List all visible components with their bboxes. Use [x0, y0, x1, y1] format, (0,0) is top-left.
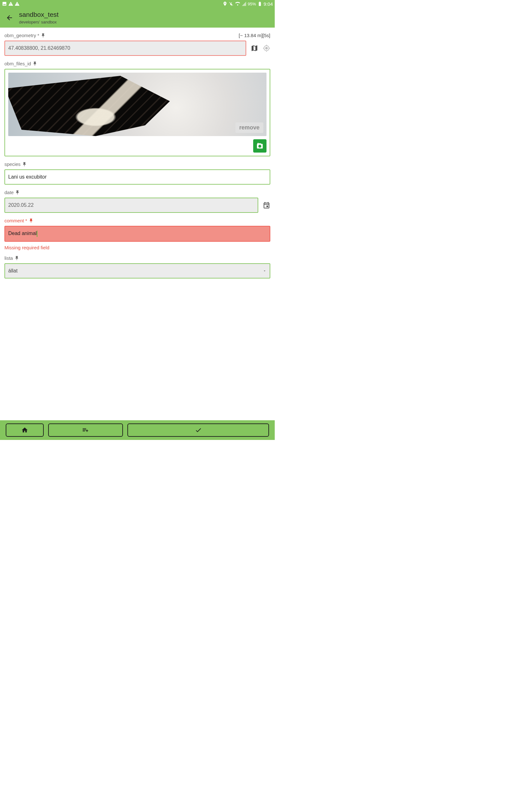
status-right: 95% 9:04 — [222, 1, 273, 7]
text-caret — [37, 231, 38, 237]
calendar-icon[interactable] — [263, 201, 270, 209]
chevron-down-icon — [263, 269, 267, 273]
files-panel: remove — [4, 69, 270, 156]
battery-icon — [257, 1, 262, 6]
pin-icon[interactable] — [22, 162, 27, 167]
image-icon — [2, 1, 7, 6]
comment-label: comment — [4, 218, 24, 223]
files-label: obm_files_id — [4, 61, 31, 66]
warning-icon — [14, 1, 20, 6]
add-photo-button[interactable] — [253, 139, 267, 153]
home-button[interactable] — [6, 423, 44, 437]
pin-icon[interactable] — [41, 33, 46, 38]
lista-select[interactable]: állat — [4, 263, 270, 278]
check-icon — [195, 426, 202, 434]
remove-photo-button[interactable]: remove — [235, 122, 263, 133]
pin-icon[interactable] — [15, 190, 20, 195]
signal-icon — [241, 1, 246, 6]
required-asterisk: * — [25, 218, 27, 223]
playlist-add-icon — [82, 426, 89, 434]
location-icon — [222, 1, 228, 6]
lista-label: lista — [4, 255, 13, 261]
accuracy-text: [~ 13.84 m][5s] — [239, 33, 270, 38]
confirm-button[interactable] — [127, 423, 269, 437]
pin-icon[interactable] — [14, 256, 19, 261]
attached-photo[interactable]: remove — [8, 72, 267, 136]
comment-input[interactable]: Dead animal — [4, 226, 270, 242]
home-icon — [21, 426, 28, 434]
page-subtitle: developers' sandbox — [19, 20, 59, 24]
form-main: obm_geometry * [~ 13.84 m][5s] 47.408388… — [0, 28, 275, 420]
status-bar: 95% 9:04 — [0, 0, 275, 8]
geometry-label: obm_geometry — [4, 33, 36, 38]
pin-icon[interactable] — [29, 218, 34, 223]
back-arrow-icon[interactable] — [6, 14, 13, 21]
add-to-list-button[interactable] — [48, 423, 123, 437]
vibrate-mute-icon — [229, 1, 234, 6]
battery-pct: 95% — [248, 2, 256, 6]
map-icon[interactable] — [250, 44, 258, 52]
pin-icon[interactable] — [32, 61, 38, 66]
date-input[interactable]: 2020.05.22 — [4, 198, 258, 213]
lista-selected-value: állat — [8, 268, 17, 274]
date-label: date — [4, 190, 14, 195]
app-bar: sandbox_test developers' sandbox — [0, 8, 275, 28]
status-left — [2, 1, 20, 6]
bottom-bar — [0, 420, 275, 440]
geometry-input[interactable]: 47.40838800, 21.62469870 — [4, 41, 246, 56]
clock: 9:04 — [264, 1, 273, 7]
species-input[interactable]: Lani us excubitor — [4, 169, 270, 185]
warning-icon — [8, 1, 13, 6]
wifi-icon — [235, 1, 240, 6]
camera-add-icon — [257, 142, 263, 149]
species-label: species — [4, 161, 20, 167]
page-title: sandbox_test — [19, 11, 59, 18]
required-asterisk: * — [38, 33, 39, 38]
gps-icon[interactable] — [263, 44, 270, 52]
comment-error: Missing required field — [4, 245, 270, 250]
